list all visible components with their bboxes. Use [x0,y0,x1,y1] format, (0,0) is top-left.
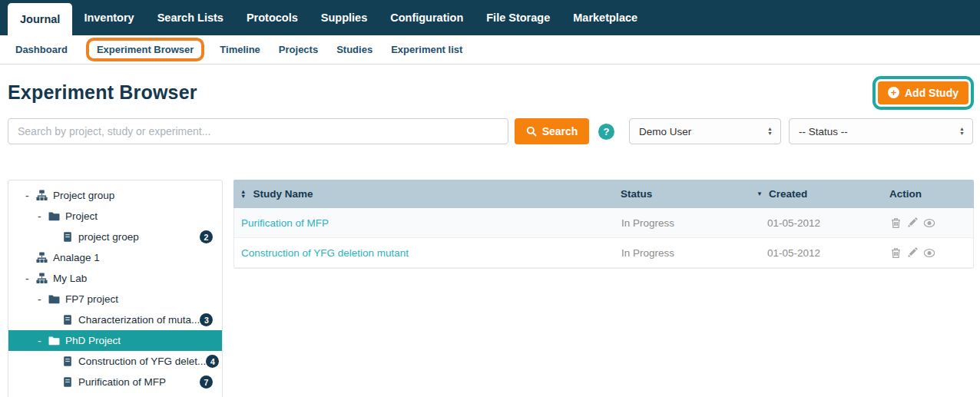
filter-toolbar: Search ? Demo User ▲▼ -- Status -- ▲▼ [8,118,974,144]
select-arrows-icon: ▲▼ [959,127,965,136]
status-filter-value: -- Status -- [799,126,848,137]
tree-item-purification[interactable]: Purification of MFP 7 [8,372,222,392]
nav-tab-configuration[interactable]: Configuration [379,0,475,35]
tree-item-label: My Lab [53,273,87,284]
page-header: Experiment Browser + Add Study [8,74,974,111]
annotation-highlight-teal: + Add Study [872,76,974,110]
eye-icon[interactable] [923,248,935,258]
pencil-icon[interactable] [907,247,918,258]
table-header-row: ▲▼ Study Name Status ▼ Created Action [233,180,974,208]
column-header-created[interactable]: Created [769,188,807,200]
study-created-date: 01-05-2012 [757,247,890,259]
plus-circle-icon: + [888,87,899,98]
sort-icon[interactable]: ▲▼ [240,190,246,199]
column-header-study-name[interactable]: Study Name [253,188,313,200]
study-link[interactable]: Purification of MFP [241,217,329,229]
collapse-icon[interactable]: - [25,275,33,283]
user-filter-value: Demo User [639,126,691,137]
experiment-count-badge: 7 [200,375,213,389]
add-study-button[interactable]: + Add Study [878,81,968,104]
project-group-icon [36,252,48,263]
column-header-status[interactable]: Status [621,188,757,200]
nav-tab-search-lists[interactable]: Search Lists [146,0,235,35]
subnav-item-dashboard[interactable]: Dashboard [15,44,68,55]
pencil-icon[interactable] [907,217,918,228]
project-group-icon [36,190,48,201]
tree-item-project[interactable]: - Project [8,206,222,227]
nav-tab-file-storage[interactable]: File Storage [475,0,561,35]
trash-icon[interactable] [890,247,902,259]
column-header-action: Action [889,188,974,200]
add-study-label: Add Study [905,87,958,99]
tree-item-label: Project [65,210,98,222]
subnav-item-studies[interactable]: Studies [336,44,372,55]
search-input[interactable] [8,118,508,144]
table-row: Construction of YFG deletion mutant In P… [234,238,973,268]
tree-item-label: project groep [78,231,139,243]
tree-item-analage-1[interactable]: Analage 1 [8,247,222,268]
nav-tab-marketplace[interactable]: Marketplace [561,0,649,35]
table-row: Purification of MFP In Progress 01-05-20… [234,208,973,238]
select-arrows-icon: ▲▼ [767,127,773,136]
study-link[interactable]: Construction of YFG deletion mutant [241,247,409,259]
tree-item-construction[interactable]: Construction of YFG delet... 4 [8,351,222,372]
search-button-label: Search [542,125,578,137]
collapse-icon[interactable]: - [38,337,45,345]
nav-tab-inventory[interactable]: Inventory [72,0,145,35]
tree-item-label: FP7 project [65,293,118,305]
annotation-highlight-orange: Experiment Browser [86,38,204,61]
project-group-icon [36,273,48,284]
nav-tab-journal[interactable]: Journal [8,3,72,35]
subnav-item-timeline[interactable]: Timeline [220,44,260,55]
tree-item-label: Project group [53,190,114,201]
subnav-item-projects[interactable]: Projects [279,44,318,55]
experiment-count-badge: 3 [200,313,213,326]
status-filter-select[interactable]: -- Status -- ▲▼ [789,118,973,144]
collapse-icon[interactable]: - [38,213,45,220]
folder-icon [48,336,60,346]
user-filter-select[interactable]: Demo User ▲▼ [629,118,781,144]
tree-item-my-lab[interactable]: - My Lab [8,268,222,289]
collapse-icon[interactable]: - [38,296,45,303]
page-title: Experiment Browser [8,81,197,104]
nav-tab-protocols[interactable]: Protocols [235,0,310,35]
sort-desc-icon[interactable]: ▼ [757,190,763,197]
study-journal-icon [62,376,73,388]
eye-icon[interactable] [923,218,935,228]
tree-item-characterization[interactable]: Characterization of muta... 3 [8,309,222,330]
tree-item-label: Purification of MFP [78,376,166,388]
tree-item-label: PhD Project [65,335,121,346]
search-button[interactable]: Search [515,118,589,144]
study-journal-icon [62,314,73,326]
experiment-count-badge: 2 [200,230,213,243]
study-status: In Progress [621,217,757,229]
tree-item-project-groep[interactable]: project groep 2 [8,227,222,247]
study-journal-icon [62,231,73,243]
tree-item-label: Construction of YFG delet... [78,356,206,367]
top-nav: Journal Inventory Search Lists Protocols… [0,0,980,35]
help-icon[interactable]: ? [598,124,614,140]
study-created-date: 01-05-2012 [757,217,890,229]
tree-item-label: Analage 1 [53,252,100,263]
experiment-count-badge: 4 [206,355,219,368]
nav-tab-supplies[interactable]: Supplies [310,0,379,35]
study-status: In Progress [621,247,757,259]
tree-item-phd-project[interactable]: - PhD Project [8,330,222,351]
tree-item-label: Characterization of muta... [78,314,200,326]
tree-item-project-group[interactable]: - Project group [8,185,222,206]
project-tree-panel: - Project group - Project project groep … [8,180,223,397]
search-icon [526,126,537,137]
subnav-item-experiment-browser[interactable]: Experiment Browser [97,44,194,55]
folder-icon [48,294,60,304]
journal-subnav: Dashboard Experiment Browser Timeline Pr… [0,35,980,65]
study-journal-icon [62,356,73,367]
trash-icon[interactable] [890,217,902,229]
subnav-item-experiment-list[interactable]: Experiment list [391,44,462,55]
studies-table: ▲▼ Study Name Status ▼ Created Action Pu… [233,180,974,269]
collapse-icon[interactable]: - [25,192,33,200]
tree-item-fp7-project[interactable]: - FP7 project [8,289,222,309]
folder-icon [48,211,60,221]
